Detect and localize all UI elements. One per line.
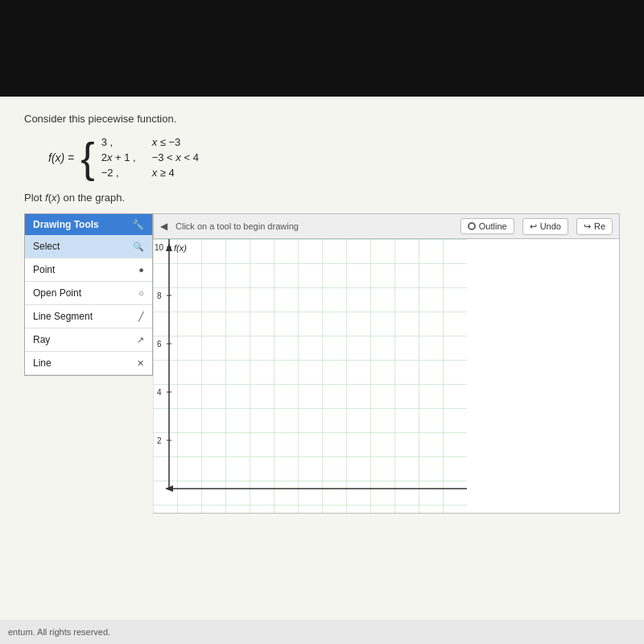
svg-rect-1 (153, 239, 467, 513)
right-panel: ◀ Click on a tool to begin drawing Outli… (153, 213, 620, 514)
footer-text: entum. All rights reserved. (8, 627, 110, 637)
case-row-3: −2 , x ≥ 4 (101, 167, 199, 179)
tool-point-label: Point (33, 264, 55, 275)
tool-open-point[interactable]: Open Point ○ (25, 282, 152, 305)
case-3-condition: x ≥ 4 (152, 167, 175, 179)
wrench-icon: 🔧 (132, 219, 144, 230)
case-2-condition: −3 < x < 4 (152, 151, 199, 163)
graph-area[interactable]: f(x) 10 8 6 4 (153, 239, 620, 514)
outline-label: Outline (479, 221, 507, 231)
tool-ray[interactable]: Ray ↗ (25, 328, 152, 352)
tool-point[interactable]: Point ● (25, 258, 152, 282)
footer: entum. All rights reserved. (0, 620, 644, 644)
open-brace: { (80, 137, 94, 179)
svg-text:f(x): f(x) (174, 243, 187, 253)
tool-ray-icon: ↗ (137, 335, 144, 345)
collapse-icon[interactable]: ◀ (160, 221, 167, 232)
piecewise-cases: 3 , x ≤ −3 2x + 1 , −3 < x < 4 −2 , x ≥ … (101, 136, 199, 179)
svg-text:4: 4 (157, 388, 162, 397)
redo-button[interactable]: ↪ Re (576, 218, 613, 235)
undo-button[interactable]: ↩ Undo (522, 218, 568, 235)
case-row-1: 3 , x ≤ −3 (101, 136, 199, 148)
outline-button[interactable]: Outline (460, 218, 514, 234)
svg-text:2: 2 (157, 436, 162, 445)
undo-label: Undo (540, 221, 561, 231)
drawing-tools-title: Drawing Tools (33, 219, 99, 230)
redo-icon: ↪ (584, 221, 591, 232)
tool-open-point-label: Open Point (33, 287, 81, 299)
tool-select-icon: 🔍 (133, 242, 144, 252)
tool-line-segment-label: Line Segment (33, 311, 93, 322)
drawing-tools-header: Drawing Tools 🔧 (25, 214, 152, 235)
case-3-expr: −2 , (101, 167, 146, 179)
plot-instruction: Plot f(x) on the graph. (24, 192, 620, 204)
redo-label: Re (594, 221, 605, 231)
tool-ray-label: Ray (33, 334, 50, 345)
tool-line-label: Line (33, 357, 52, 369)
tool-line-segment[interactable]: Line Segment ╱ (25, 305, 152, 328)
svg-text:6: 6 (157, 340, 162, 349)
drawing-tools-panel: Drawing Tools 🔧 Select 🔍 Point ● Open Po… (24, 213, 153, 376)
function-label: f(x) = (48, 151, 74, 164)
svg-text:10: 10 (155, 243, 164, 252)
question-intro: Consider this piecewise function. (24, 113, 620, 125)
undo-icon: ↩ (530, 221, 537, 232)
tool-point-icon: ● (138, 265, 144, 275)
tool-line-icon: ✕ (137, 358, 144, 369)
tool-select-label: Select (33, 241, 60, 252)
svg-text:8: 8 (157, 291, 162, 300)
case-row-2: 2x + 1 , −3 < x < 4 (101, 151, 199, 163)
case-2-expr: 2x + 1 , (101, 151, 146, 163)
tool-line[interactable]: Line ✕ (25, 352, 152, 375)
graph-svg: f(x) 10 8 6 4 (153, 239, 467, 513)
case-1-condition: x ≤ −3 (152, 136, 181, 148)
tool-open-point-icon: ○ (138, 288, 144, 298)
tool-line-segment-icon: ╱ (138, 312, 144, 322)
toolbar-hint: Click on a tool to begin drawing (175, 221, 452, 231)
outline-circle-icon (468, 222, 476, 230)
tool-select[interactable]: Select 🔍 (25, 235, 152, 258)
case-1-expr: 3 , (101, 136, 146, 148)
toolbar-row: ◀ Click on a tool to begin drawing Outli… (153, 213, 620, 239)
